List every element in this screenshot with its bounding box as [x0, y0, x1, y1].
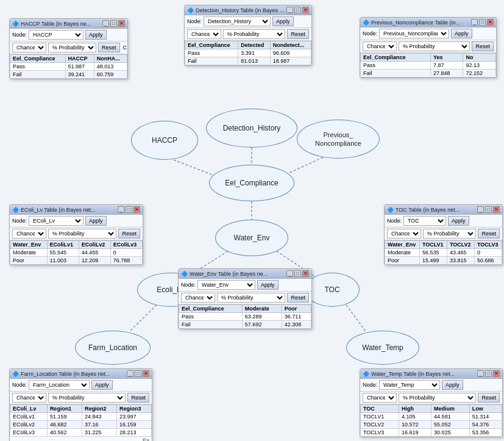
node-water-env[interactable]: Water_Env [215, 220, 288, 256]
water-temp-title-text: Water_Temp Table (in Bayes net... [371, 371, 477, 377]
ecoli-title-bar: 🔷 EColi_Lv Table (in Bayes net... _ □ ✕ [10, 205, 143, 215]
toc-title-text: TOC Table (in Bayes net... [396, 207, 477, 213]
water-env-node-select[interactable]: Water_Env [197, 280, 255, 290]
haccp-apply-btn[interactable]: Apply [85, 30, 107, 40]
detection-title-icon: 🔷 [187, 7, 194, 13]
previous-prob-select[interactable]: % Probability [399, 41, 470, 51]
water-env-prob-select[interactable]: % Probability [217, 293, 285, 303]
toc-reset-btn[interactable]: Reset [478, 229, 500, 238]
node-previous-noncompliance[interactable]: Previous_Noncompliance [297, 120, 380, 159]
node-water-temp[interactable]: Water_Temp [346, 331, 419, 365]
node-detection-history[interactable]: Detection_History [206, 109, 297, 148]
water-env-reset-btn[interactable]: Reset [287, 293, 309, 303]
farm-location-node-label-text: Node: [12, 382, 27, 388]
water-temp-max-btn[interactable]: □ [485, 370, 492, 377]
detection-min-btn[interactable]: _ [286, 7, 293, 13]
toc-node-label-text: Node: [387, 218, 402, 224]
previous-title-icon: 🔷 [363, 20, 369, 26]
previous-apply-btn[interactable]: Apply [451, 29, 472, 38]
table-row: EColiLv340.56231.22528.213 [10, 429, 152, 437]
haccp-min-btn[interactable]: _ [102, 20, 109, 27]
water-env-max-btn[interactable]: □ [294, 270, 301, 277]
svg-line-6 [130, 305, 157, 331]
haccp-max-btn[interactable]: □ [110, 20, 117, 27]
water-env-table-window: 🔷 Water_Env Table (in Bayes ne... _ □ ✕ … [178, 268, 312, 329]
water-temp-close-btn[interactable]: ✕ [493, 370, 500, 377]
detection-table-window: 🔷 Detection_History Table (in Bayes ne..… [184, 5, 312, 66]
node-farm-location[interactable]: Farm_Location [75, 331, 151, 365]
farm-location-apply-btn[interactable]: Apply [91, 380, 113, 390]
toc-chance-select[interactable]: Chance [387, 229, 421, 238]
haccp-reset-btn[interactable]: Reset [98, 43, 120, 52]
haccp-node-select[interactable]: HACCP [29, 30, 83, 40]
farm-location-close-btn[interactable]: ✕ [143, 370, 149, 377]
detection-max-btn[interactable]: □ [294, 7, 301, 13]
table-row: Fail39.24160.759 [10, 71, 127, 79]
haccp-close-btn[interactable]: ✕ [118, 20, 125, 27]
detection-node-select[interactable]: Detection_History [204, 16, 271, 26]
detection-apply-btn[interactable]: Apply [272, 16, 294, 26]
table-row: Pass63.28936.711 [179, 313, 311, 321]
farm-location-chance-select[interactable]: Chance [12, 393, 46, 403]
farm-location-node-select[interactable]: Farm_Location [29, 380, 90, 390]
haccp-prob-select[interactable]: % Probability [48, 43, 96, 52]
svg-line-7 [346, 305, 366, 331]
previous-reset-btn[interactable]: Reset [472, 41, 494, 51]
toc-data-table: Water_EnvTOCLV1TOCLV2TOCLV3 Moderate56.5… [385, 240, 502, 265]
detection-chance-select[interactable]: Chance [187, 29, 221, 39]
haccp-title-icon: 🔷 [12, 21, 19, 27]
table-row: Moderate56.53543.4650 [385, 249, 502, 257]
water-temp-min-btn[interactable]: _ [477, 370, 484, 377]
toc-node-select[interactable]: TOC [403, 216, 446, 226]
table-row: TOCLV210.57255.05254.376 [361, 421, 502, 429]
water-temp-node-select[interactable]: Water_Temp [379, 380, 440, 390]
haccp-chance-select[interactable]: Chance [12, 43, 46, 52]
toc-close-btn[interactable]: ✕ [493, 206, 500, 213]
table-row: Fail81.01318.987 [185, 57, 311, 65]
previous-chance-select[interactable]: Chance [363, 41, 397, 51]
farm-location-prob-select[interactable]: % Probability [48, 393, 126, 403]
previous-max-btn[interactable]: □ [479, 19, 486, 26]
ecoli-max-btn[interactable]: □ [126, 206, 132, 213]
water-env-chance-select[interactable]: Chance [181, 293, 215, 303]
ecoli-min-btn[interactable]: _ [118, 206, 124, 213]
ecoli-close-btn[interactable]: ✕ [133, 206, 140, 213]
detection-node-label-text: Node: [187, 18, 202, 24]
water-env-data-table: Eel_ComplianceModeratePoor Pass63.28936.… [179, 304, 311, 329]
previous-node-select[interactable]: Previous_Noncomplian... [379, 29, 449, 38]
water-temp-chance-select[interactable]: Chance [363, 393, 397, 403]
node-eel-compliance[interactable]: Eel_Compliance [209, 165, 294, 201]
farm-location-max-btn[interactable]: □ [135, 370, 141, 377]
previous-min-btn[interactable]: _ [471, 19, 478, 26]
ecoli-apply-btn[interactable]: Apply [85, 216, 107, 226]
farm-location-min-btn[interactable]: _ [127, 370, 133, 377]
table-row: Pass3.39196.609 [185, 49, 311, 57]
toc-min-btn[interactable]: _ [477, 206, 484, 213]
water-env-close-btn[interactable]: ✕ [302, 270, 309, 277]
ecoli-prob-select[interactable]: % Probability [48, 229, 116, 238]
detection-close-btn[interactable]: ✕ [302, 7, 309, 13]
farm-location-title-icon: 🔷 [12, 371, 19, 377]
ecoli-node-select[interactable]: EColi_Lv [29, 216, 83, 226]
previous-data-table: Eel_ComplianceYesNo Pass7.8792.13 Fail27… [360, 53, 496, 77]
water-temp-apply-btn[interactable]: Apply [442, 380, 463, 390]
detection-reset-btn[interactable]: Reset [287, 29, 309, 39]
ea-label: Ea [10, 437, 152, 441]
node-toc[interactable]: TOC [305, 273, 360, 307]
table-row: TOCLV14.10544.58151.314 [361, 413, 502, 421]
previous-close-btn[interactable]: ✕ [487, 19, 494, 26]
ecoli-reset-btn[interactable]: Reset [118, 229, 140, 238]
water-env-apply-btn[interactable]: Apply [257, 280, 279, 290]
water-temp-prob-select[interactable]: % Probability [399, 393, 476, 403]
water-env-min-btn[interactable]: _ [286, 270, 293, 277]
farm-location-reset-btn[interactable]: Reset [127, 393, 149, 403]
table-row: Poor15.49933.81550.686 [385, 257, 502, 265]
water-temp-reset-btn[interactable]: Reset [478, 393, 500, 403]
node-haccp[interactable]: HACCP [131, 121, 198, 160]
detection-prob-select[interactable]: % Probability [223, 29, 285, 39]
toc-title-bar: 🔷 TOC Table (in Bayes net... _ □ ✕ [385, 205, 502, 215]
ecoli-chance-select[interactable]: Chance [12, 229, 46, 238]
toc-apply-btn[interactable]: Apply [448, 216, 469, 226]
toc-max-btn[interactable]: □ [485, 206, 492, 213]
toc-prob-select[interactable]: % Probability [423, 229, 476, 238]
